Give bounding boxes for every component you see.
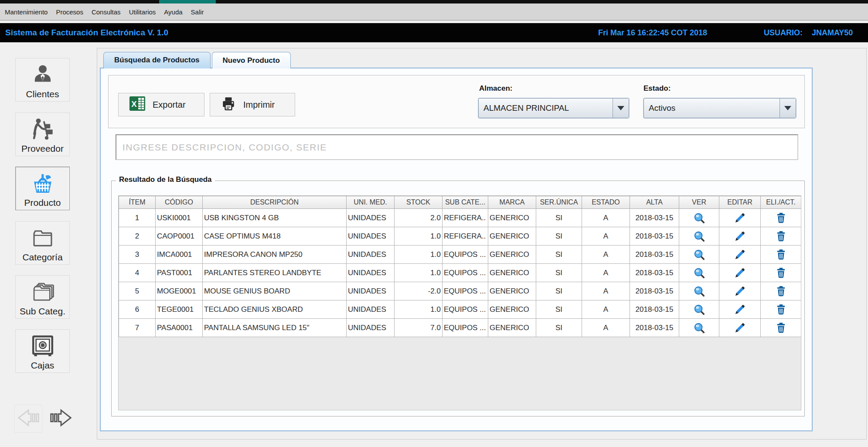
cell-descripcion: USB KINGSTON 4 GB [203, 209, 347, 227]
sidebar-item-proveedor[interactable]: Proveedor [15, 113, 70, 156]
export-button[interactable]: X Exportar [118, 93, 204, 116]
safe-icon [30, 332, 55, 359]
col-alta[interactable]: ALTA [630, 196, 679, 209]
cell-sub-cate: EQUIPOS ... [443, 300, 488, 319]
pencil-icon [734, 250, 746, 258]
sidebar-item-producto[interactable]: Producto [15, 167, 70, 210]
delete-row-button[interactable] [761, 319, 801, 337]
view-row-button[interactable] [679, 282, 719, 300]
edit-row-button[interactable] [719, 246, 761, 264]
delete-row-button[interactable] [761, 282, 801, 300]
estado-select[interactable]: Activos [643, 98, 796, 118]
menu-salir[interactable]: Salir [191, 7, 204, 17]
sidebar-item-cajas[interactable]: Cajas [15, 329, 70, 373]
edit-row-button[interactable] [719, 300, 761, 319]
cell-ser-unica: SI [536, 319, 582, 337]
pencil-icon [734, 213, 746, 222]
col-eli-act[interactable]: ELI./ACT. [761, 196, 801, 209]
view-row-button[interactable] [679, 227, 719, 246]
table-row[interactable]: 6 TEGE0001 TECLADO GENIUS XBOARD UNIDADE… [119, 300, 801, 319]
edit-row-button[interactable] [719, 264, 761, 282]
main-panel: Búsqueda de Productos Nuevo Producto X E… [97, 48, 867, 440]
col-item[interactable]: ÍTEM [119, 196, 156, 209]
almacen-select[interactable]: ALMACEN PRINCIPAL [478, 98, 629, 118]
menu-ayuda[interactable]: Ayuda [163, 7, 183, 17]
magnifier-icon [694, 268, 705, 276]
cell-uni-med: UNIDADES [347, 300, 395, 319]
tab-nuevo-producto[interactable]: Nuevo Producto [212, 52, 291, 68]
chevron-down-icon[interactable] [613, 99, 629, 118]
col-sub-cate[interactable]: SUB CATE... [443, 196, 488, 209]
edit-row-button[interactable] [719, 209, 761, 227]
cell-alta: 2018-03-15 [630, 319, 679, 337]
view-row-button[interactable] [679, 209, 719, 227]
col-stock[interactable]: STOCK [395, 196, 443, 209]
cell-codigo: IMCA0001 [156, 246, 203, 264]
table-row[interactable]: 3 IMCA0001 IMPRESORA CANON MP250 UNIDADE… [119, 246, 801, 264]
delete-row-button[interactable] [761, 264, 801, 282]
cell-ser-unica: SI [536, 246, 582, 264]
cell-descripcion: TECLADO GENIUS XBOARD [203, 300, 347, 319]
cell-codigo: USKI0001 [156, 209, 203, 227]
cell-descripcion: CASE OPTIMUS M418 [203, 227, 347, 246]
col-estado[interactable]: ESTADO [582, 196, 630, 209]
col-ser-unica[interactable]: SER.ÚNICA [536, 196, 582, 209]
col-editar[interactable]: EDITAR [719, 196, 761, 209]
cell-codigo: CAOP0001 [156, 227, 203, 246]
table-row[interactable]: 4 PAST0001 PARLANTES STEREO LANDBYTE UNI… [119, 264, 801, 282]
view-row-button[interactable] [679, 300, 719, 319]
view-row-button[interactable] [679, 264, 719, 282]
cell-sub-cate: REFIGERA.. [443, 227, 488, 246]
col-ver[interactable]: VER [679, 196, 719, 209]
delete-row-button[interactable] [761, 227, 801, 246]
edit-row-button[interactable] [719, 282, 761, 300]
cell-codigo: TEGE0001 [156, 300, 203, 319]
view-row-button[interactable] [679, 246, 719, 264]
folder-icon [30, 224, 55, 251]
table-row[interactable]: 5 MOGE0001 MOUSE GENIUS BOARD UNIDADES -… [119, 282, 801, 300]
cell-stock: 1.0 [395, 264, 443, 282]
table-row[interactable]: 2 CAOP0001 CASE OPTIMUS M418 UNIDADES 1.… [119, 227, 801, 246]
print-button[interactable]: Imprimir [210, 93, 295, 116]
menu-utilitarios[interactable]: Utilitarios [129, 7, 157, 17]
cell-codigo: PAST0001 [156, 264, 203, 282]
delete-row-button[interactable] [761, 209, 801, 227]
trash-icon [775, 213, 787, 222]
edit-row-button[interactable] [719, 319, 761, 337]
sidebar-item-categoria[interactable]: Categoría [15, 221, 70, 265]
search-input[interactable] [116, 134, 798, 160]
nav-forward-button[interactable] [47, 405, 75, 433]
view-row-button[interactable] [679, 319, 719, 337]
cell-sub-cate: EQUIPOS ... [443, 319, 488, 337]
table-row[interactable]: 1 USKI0001 USB KINGSTON 4 GB UNIDADES 2.… [119, 209, 801, 227]
col-codigo[interactable]: CÓDIGO [156, 196, 203, 209]
cell-alta: 2018-03-15 [630, 209, 679, 227]
menu-consultas[interactable]: Consultas [91, 7, 121, 17]
cell-stock: 7.0 [395, 319, 443, 337]
results-table: ÍTEM CÓDIGO DESCRIPCIÓN UNI. MED. STOCK … [119, 196, 801, 337]
cell-item: 4 [119, 264, 156, 282]
tab-strip: Búsqueda de Productos Nuevo Producto [103, 52, 291, 68]
delete-row-button[interactable] [761, 300, 801, 319]
menu-mantenimiento[interactable]: Mantenimiento [4, 7, 48, 17]
results-viewport[interactable]: ÍTEM CÓDIGO DESCRIPCIÓN UNI. MED. STOCK … [118, 195, 801, 410]
sidebar-item-clientes[interactable]: Clientes [15, 58, 70, 102]
menu-procesos[interactable]: Procesos [55, 7, 84, 17]
sidebar-item-subcateg[interactable]: Sub Categ. [15, 275, 70, 319]
cell-marca: GENERICO [488, 282, 536, 300]
chevron-down-icon[interactable] [779, 99, 796, 118]
cell-ser-unica: SI [536, 209, 582, 227]
cell-marca: GENERICO [488, 227, 536, 246]
col-marca[interactable]: MARCA [488, 196, 536, 209]
col-uni-med[interactable]: UNI. MED. [347, 196, 395, 209]
delete-row-button[interactable] [761, 246, 801, 264]
magnifier-icon [694, 213, 705, 222]
supplier-icon [30, 116, 55, 143]
col-descripcion[interactable]: DESCRIPCIÓN [203, 196, 347, 209]
tab-busqueda-productos[interactable]: Búsqueda de Productos [103, 52, 211, 68]
table-row[interactable]: 7 PASA0001 PANTALLA SAMSUNG LED 15" UNID… [119, 319, 801, 337]
cell-stock: 1.0 [395, 246, 443, 264]
magnifier-icon [694, 323, 705, 331]
cell-descripcion: MOUSE GENIUS BOARD [203, 282, 347, 300]
edit-row-button[interactable] [719, 227, 761, 246]
